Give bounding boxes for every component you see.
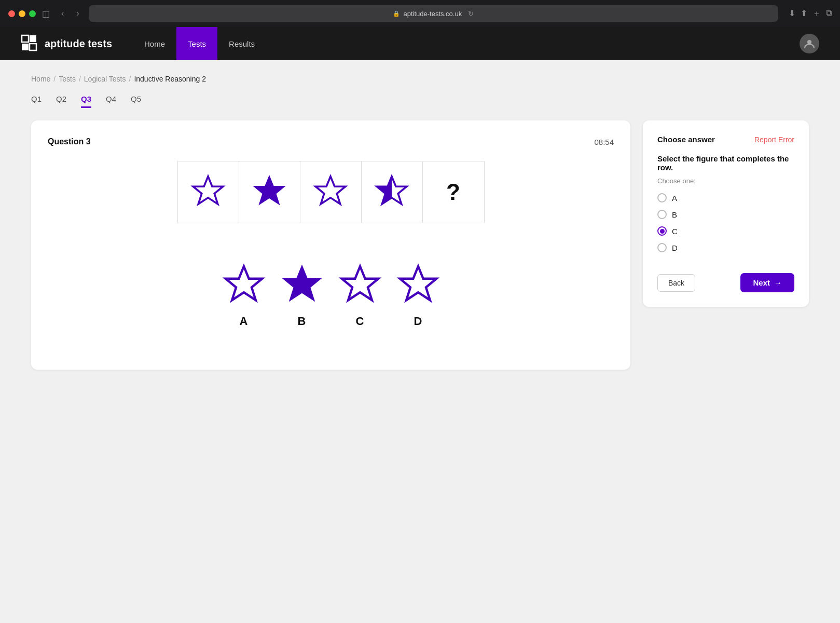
question-mark: ? [446,179,460,205]
question-timer: 08:54 [594,138,614,146]
radio-label-d: D [672,243,678,252]
breadcrumb-sep-1: / [53,75,56,83]
radio-label-b: B [672,210,677,219]
main-wrapper: Home / Tests / Logical Tests / Inductive… [0,60,840,623]
answer-label-d: D [414,315,422,328]
traffic-lights [8,10,36,17]
traffic-light-green[interactable] [29,10,36,17]
answer-label-c: C [356,315,364,328]
window-icon[interactable]: ⧉ [826,8,832,19]
tab-q1[interactable]: Q1 [31,94,42,108]
pattern-cell-5: ? [423,161,484,223]
answer-options: A B C [48,263,614,328]
logo-text: aptitude tests [45,38,112,50]
pattern-cell-4 [362,161,423,223]
radio-option-b[interactable]: B [657,210,794,219]
traffic-light-yellow[interactable] [19,10,25,17]
question-title: Question 3 [48,137,91,146]
answer-option-d[interactable]: D [395,263,441,328]
next-arrow-icon: → [774,278,782,287]
breadcrumb-tests[interactable]: Tests [59,75,76,83]
url-text: aptitude-tests.co.uk [403,10,462,18]
new-tab-icon[interactable]: ＋ [813,8,821,19]
star-option-d [395,263,441,308]
nav-results[interactable]: Results [217,27,266,60]
choose-one-label: Choose one: [657,177,794,185]
question-tabs: Q1 Q2 Q3 Q4 Q5 [31,94,809,108]
pattern-cell-3 [300,161,362,223]
back-button[interactable]: Back [657,274,695,292]
answer-option-a[interactable]: A [221,263,267,328]
radio-option-a[interactable]: A [657,193,794,202]
logo[interactable]: aptitude tests [21,34,112,53]
download-icon[interactable]: ⬇ [789,8,795,19]
tab-q4[interactable]: Q4 [106,94,116,108]
header-right [800,34,819,53]
question-instruction: Select the figure that completes the row… [657,154,794,172]
radio-options: A B C D [657,193,794,252]
answer-label-b: B [298,315,306,328]
svg-rect-0 [22,35,29,42]
nav-tests[interactable]: Tests [176,27,217,60]
pattern-cell-1 [178,161,239,223]
breadcrumb-logical-tests[interactable]: Logical Tests [84,75,126,83]
logo-icon [21,34,39,53]
radio-option-c[interactable]: C [657,226,794,236]
svg-rect-3 [30,44,36,50]
breadcrumb-home[interactable]: Home [31,75,50,83]
answer-option-b[interactable]: B [279,263,325,328]
answer-panel-header: Choose answer Report Error [657,135,794,144]
star-half-1 [373,173,410,211]
breadcrumb-sep-2: / [79,75,81,83]
star-outline-2 [312,173,349,211]
choose-answer-label: Choose answer [657,135,715,144]
site-header: aptitude tests Home Tests Results [0,27,840,60]
svg-rect-2 [22,44,29,50]
star-filled-1 [251,173,288,211]
star-option-c [337,263,383,308]
pattern-cell-2 [239,161,300,223]
answer-panel: Choose answer Report Error Select the fi… [643,120,809,307]
svg-point-4 [807,40,811,44]
tab-q3[interactable]: Q3 [81,94,91,108]
main-nav: Home Tests Results [133,27,266,60]
breadcrumb-current: Inductive Reasoning 2 [134,75,206,83]
browser-chrome: ◫ ‹ › 🔒 aptitude-tests.co.uk ↻ ⬇ ⬆ ＋ ⧉ [0,0,840,27]
radio-label-c: C [672,227,678,236]
panel-actions: Back Next → [657,273,794,292]
radio-circle-b [657,210,667,219]
traffic-light-red[interactable] [8,10,15,17]
answer-option-c[interactable]: C [337,263,383,328]
share-icon[interactable]: ⬆ [801,8,807,19]
pattern-row: ? [177,161,485,223]
user-icon [804,38,815,49]
sidebar-toggle-button[interactable]: ◫ [42,9,50,19]
radio-label-a: A [672,194,677,202]
content-area: Question 3 08:54 [31,120,809,370]
radio-option-d[interactable]: D [657,243,794,252]
forward-browser-button[interactable]: › [73,8,82,19]
address-bar[interactable]: 🔒 aptitude-tests.co.uk ↻ [89,5,778,22]
next-button[interactable]: Next → [740,273,794,292]
breadcrumb: Home / Tests / Logical Tests / Inductive… [31,75,809,83]
breadcrumb-sep-3: / [129,75,131,83]
avatar[interactable] [800,34,819,53]
tab-q2[interactable]: Q2 [56,94,66,108]
radio-circle-c [657,226,667,236]
star-option-a [221,263,267,308]
question-card: Question 3 08:54 [31,120,630,370]
tab-q5[interactable]: Q5 [131,94,141,108]
radio-circle-a [657,193,667,202]
svg-rect-1 [30,35,36,42]
next-label: Next [753,278,770,287]
nav-home[interactable]: Home [133,27,176,60]
answer-label-a: A [240,315,248,328]
reload-icon[interactable]: ↻ [468,10,474,18]
star-option-b [279,263,325,308]
report-error-link[interactable]: Report Error [754,136,794,144]
question-header: Question 3 08:54 [48,137,614,146]
browser-actions: ⬇ ⬆ ＋ ⧉ [789,8,832,19]
radio-inner-c [660,229,665,234]
back-browser-button[interactable]: ‹ [58,8,67,19]
star-outline-1 [189,173,227,211]
